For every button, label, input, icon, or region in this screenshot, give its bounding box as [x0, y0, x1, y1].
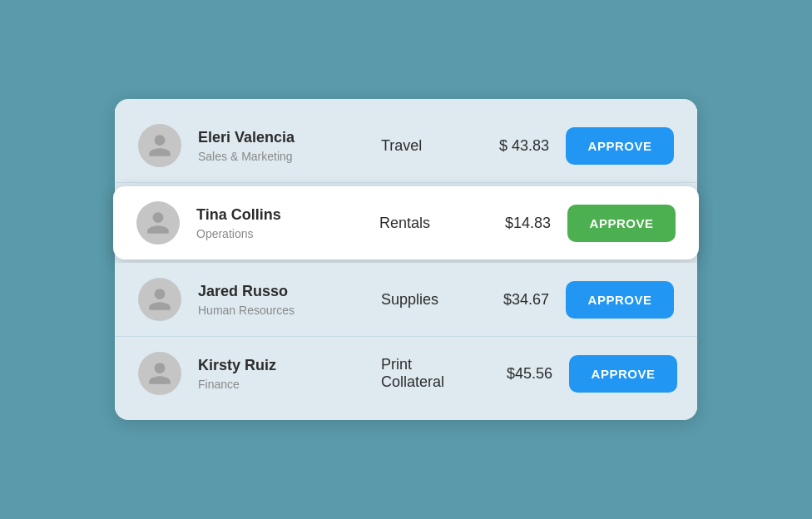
expense-category: Supplies [381, 291, 441, 309]
expense-amount: $14.83 [459, 215, 551, 232]
expense-amount: $45.56 [461, 365, 552, 383]
person-info: Jared RussoHuman Resources [198, 282, 364, 316]
approve-button[interactable]: APPROVE [569, 355, 677, 393]
expense-amount: $ 43.83 [458, 137, 549, 155]
expense-category: PrintCollateral [381, 356, 444, 391]
person-name: Jared Russo [198, 282, 364, 301]
expense-row: Kirsty RuizFinancePrintCollateral$45.56A… [115, 337, 697, 410]
avatar [138, 352, 181, 395]
expense-row: Jared RussoHuman ResourcesSupplies$34.67… [115, 263, 697, 337]
person-department: Operations [196, 227, 363, 240]
avatar [138, 278, 181, 321]
expense-category: Travel [381, 137, 441, 155]
avatar [136, 201, 180, 245]
person-info: Tina CollinsOperations [196, 205, 363, 240]
person-name: Kirsty Ruiz [198, 356, 364, 375]
approve-button[interactable]: APPROVE [566, 127, 674, 165]
person-department: Finance [198, 378, 364, 391]
expense-amount: $34.67 [458, 291, 549, 309]
person-name: Tina Collins [196, 205, 363, 225]
approve-button[interactable]: APPROVE [566, 281, 674, 319]
person-department: Sales & Marketing [198, 150, 364, 163]
expense-category: Rentals [379, 215, 443, 232]
person-info: Kirsty RuizFinance [198, 356, 364, 390]
expense-row: Tina CollinsOperationsRentals$14.83APPRO… [113, 186, 699, 260]
avatar [138, 124, 181, 167]
approve-button[interactable]: APPROVE [567, 205, 676, 242]
person-info: Eleri ValenciaSales & Marketing [198, 128, 364, 162]
expense-list: Eleri ValenciaSales & MarketingTravel$ 4… [115, 99, 697, 420]
person-name: Eleri Valencia [198, 128, 364, 147]
person-department: Human Resources [198, 304, 364, 317]
expense-row: Eleri ValenciaSales & MarketingTravel$ 4… [115, 109, 697, 183]
